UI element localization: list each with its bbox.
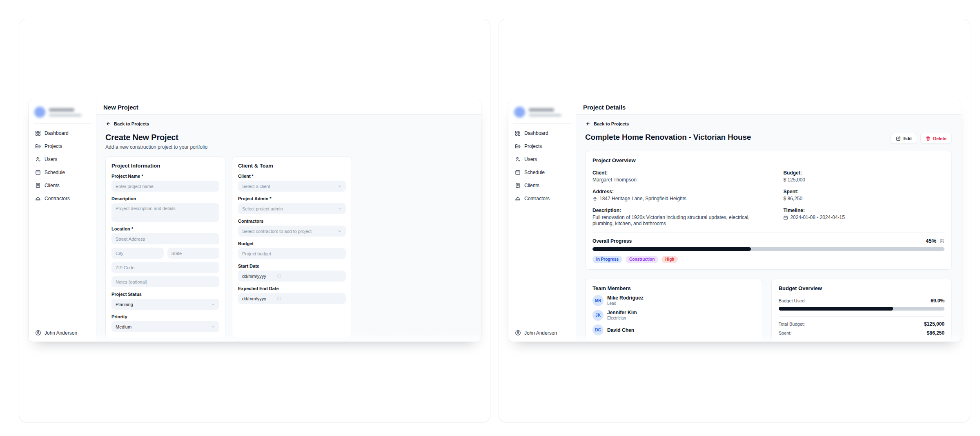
logo-avatar-blurred	[514, 107, 525, 118]
divider	[779, 316, 944, 317]
back-link-label: Back to Projects	[594, 121, 629, 126]
progress-label: Overall Progress	[592, 238, 632, 244]
card-title: Client & Team	[238, 163, 346, 169]
project-name-label: Project Name *	[111, 174, 219, 179]
projects-icon	[515, 143, 521, 149]
project-details-content: Back to Projects Complete Home Renovatio…	[576, 115, 961, 342]
state-input[interactable]: State	[167, 248, 220, 259]
member-name: David Chen	[607, 327, 634, 333]
sidebar: Dashboard Projects Users Schedule Client…	[508, 100, 576, 342]
edit-progress-icon[interactable]	[940, 239, 944, 244]
back-to-projects-link[interactable]: Back to Projects	[105, 121, 149, 126]
spent-value: $ 86,250	[783, 196, 944, 202]
client-label: Client:	[592, 170, 767, 176]
member-name: Jennifer Kim	[607, 310, 637, 315]
overall-progress-fill	[592, 247, 751, 251]
sidebar-nav: Dashboard Projects Users Schedule Client…	[513, 129, 571, 203]
spent-label: Spent:	[779, 331, 792, 335]
sidebar-item-label: Dashboard	[45, 130, 69, 136]
project-actions: Edit Delete	[891, 133, 952, 144]
back-link-label: Back to Projects	[114, 121, 149, 126]
overall-progress-bar	[592, 247, 944, 251]
user-menu[interactable]: John Anderson	[33, 325, 91, 337]
user-name: John Anderson	[524, 330, 557, 336]
edit-button[interactable]: Edit	[891, 133, 917, 144]
sidebar-item-label: Users	[524, 157, 537, 162]
priority-label: Priority	[111, 314, 219, 319]
location-label: Location *	[111, 226, 219, 231]
app-logo	[33, 106, 91, 124]
avatar: MR	[592, 295, 604, 306]
sidebar-item-users[interactable]: Users	[33, 155, 91, 164]
sidebar-item-projects[interactable]: Projects	[33, 142, 91, 151]
progress-value: 45%	[926, 238, 936, 244]
team-member-row: DC David Chen	[592, 324, 755, 335]
divider	[592, 233, 944, 233]
budget-label: Budget	[238, 241, 346, 246]
description-textarea[interactable]: Project description and details	[111, 203, 219, 222]
budget-value: $ 125,000	[783, 177, 944, 183]
avatar: JK	[592, 310, 604, 321]
sidebar-item-schedule[interactable]: Schedule	[33, 168, 91, 177]
logo-text-blurred	[529, 108, 561, 116]
priority-select[interactable]: Medium	[111, 321, 219, 332]
sidebar-item-clients[interactable]: Clients	[513, 181, 571, 190]
project-name-input[interactable]: Enter project name	[111, 181, 219, 192]
edit-button-label: Edit	[903, 136, 912, 141]
sidebar-nav: Dashboard Projects Users Schedule Client…	[33, 129, 91, 203]
sidebar-item-schedule[interactable]: Schedule	[513, 168, 571, 177]
sidebar-item-users[interactable]: Users	[513, 155, 571, 164]
chevron-down-icon	[338, 229, 342, 233]
total-budget-value: $125,000	[924, 321, 944, 327]
contractors-icon	[515, 196, 521, 201]
card-title: Project Information	[111, 163, 219, 169]
zip-code-input[interactable]: ZIP Code	[111, 262, 219, 273]
contractors-select[interactable]: Select contractors to add to project	[238, 226, 346, 237]
users-icon	[515, 157, 521, 162]
sidebar-item-contractors[interactable]: Contractors	[513, 194, 571, 203]
budget-used-value: 69.0%	[931, 298, 944, 304]
notes-input[interactable]: Notes (optional)	[111, 276, 219, 287]
bottom-grid: Team Members MR Mike Rodriguez Lead JK J	[585, 279, 952, 342]
project-admin-select[interactable]: Select project admin	[238, 203, 346, 214]
sidebar-item-contractors[interactable]: Contractors	[33, 194, 91, 203]
budget-used-bar	[779, 307, 944, 311]
user-menu[interactable]: John Anderson	[513, 325, 571, 337]
topbar-title: New Project	[103, 104, 138, 111]
contractors-label: Contractors	[238, 219, 346, 224]
sidebar-item-clients[interactable]: Clients	[33, 181, 91, 190]
team-member-row: MR Mike Rodriguez Lead	[592, 295, 755, 306]
spent-label: Spent:	[783, 189, 944, 195]
project-details-app: Dashboard Projects Users Schedule Client…	[508, 100, 961, 342]
back-to-projects-link[interactable]: Back to Projects	[585, 121, 629, 126]
clients-icon	[515, 183, 521, 188]
delete-button[interactable]: Delete	[920, 133, 952, 144]
project-title: Complete Home Renovation - Victorian Hou…	[585, 133, 751, 142]
member-role: Electrician	[607, 315, 637, 321]
sidebar-item-dashboard[interactable]: Dashboard	[33, 129, 91, 138]
sidebar-item-label: Schedule	[45, 170, 65, 175]
city-input[interactable]: City	[111, 248, 164, 259]
priority-badge: High	[662, 256, 678, 263]
budget-input[interactable]: Project budget	[238, 248, 346, 259]
new-project-content: Back to Projects Create New Project Add …	[96, 115, 481, 342]
client-select[interactable]: Select a client	[238, 181, 346, 192]
topbar-title: Project Details	[583, 104, 626, 111]
member-role: Lead	[607, 301, 644, 306]
app-logo	[513, 106, 571, 124]
street-address-input[interactable]: Street Address	[111, 233, 219, 244]
project-status-select[interactable]: Planning	[111, 299, 219, 310]
end-date-input[interactable]: dd/mm/yyyy	[238, 293, 346, 304]
start-date-input[interactable]: dd/mm/yyyy	[238, 271, 346, 282]
address-label: Address:	[592, 189, 767, 195]
logo-avatar-blurred	[34, 107, 45, 118]
project-title-row: Complete Home Renovation - Victorian Hou…	[585, 133, 952, 144]
project-overview-card: Project Overview Client: Margaret Thomps…	[585, 151, 952, 270]
chevron-down-icon	[211, 325, 215, 329]
topbar: Project Details	[576, 100, 961, 115]
new-project-app: Dashboard Projects Users Schedule Client…	[29, 100, 481, 342]
project-details-window: Dashboard Projects Users Schedule Client…	[499, 19, 970, 423]
trash-icon	[926, 136, 931, 141]
sidebar-item-projects[interactable]: Projects	[513, 142, 571, 151]
sidebar-item-dashboard[interactable]: Dashboard	[513, 129, 571, 138]
